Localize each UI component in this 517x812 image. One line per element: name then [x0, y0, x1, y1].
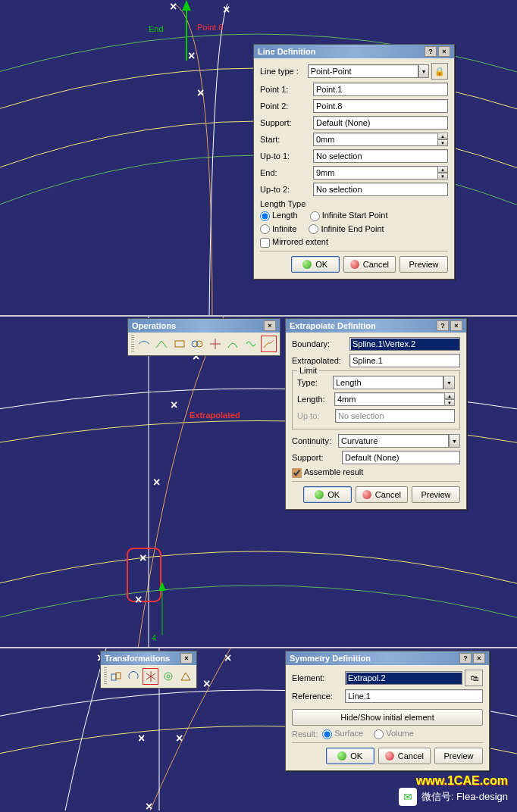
- panel-2-viewport: × × × × × × Extrapolated 4 Operations × …: [0, 317, 517, 648]
- upto-label: Up to:: [297, 411, 335, 420]
- dropdown-arrow-icon[interactable]: ▼: [443, 376, 455, 389]
- svg-rect-11: [111, 674, 116, 680]
- ok-button[interactable]: OK: [326, 748, 374, 764]
- heal-icon[interactable]: [153, 336, 170, 352]
- hide-show-button[interactable]: Hide/Show initial element: [292, 709, 483, 726]
- reference-field[interactable]: [345, 689, 483, 703]
- close-button[interactable]: ×: [473, 653, 485, 664]
- svg-point-13: [164, 673, 172, 680]
- affinity-icon[interactable]: [177, 668, 193, 685]
- spin-down-icon[interactable]: ▼: [437, 173, 448, 180]
- join-icon[interactable]: [136, 336, 152, 352]
- element-bag-icon[interactable]: 🛍: [465, 670, 483, 686]
- dim-4-label: 4: [152, 633, 156, 642]
- radio-infinite-label: Infinite: [272, 224, 296, 233]
- titlebar[interactable]: Extrapolate Definition ? ×: [286, 319, 466, 333]
- extrapolated-annotation: Extrapolated: [190, 411, 240, 420]
- upto2-field[interactable]: [313, 183, 448, 196]
- point1-field[interactable]: [313, 83, 448, 96]
- radio-inf-start[interactable]: Infinite Start Point: [310, 211, 388, 221]
- extrapolated-field[interactable]: [349, 354, 460, 367]
- type-dropdown[interactable]: [333, 376, 443, 389]
- ok-label: OK: [350, 751, 362, 760]
- toolbar-titlebar[interactable]: Transformations ×: [101, 651, 196, 665]
- split-icon[interactable]: [207, 336, 224, 352]
- close-button[interactable]: ×: [450, 320, 462, 331]
- ok-button[interactable]: OK: [303, 486, 352, 503]
- spin-up-icon[interactable]: ▲: [444, 392, 455, 399]
- point-label: Point.8: [197, 23, 223, 32]
- symmetry-icon[interactable]: [143, 668, 158, 685]
- length-field[interactable]: [334, 392, 445, 406]
- close-button[interactable]: ×: [438, 46, 450, 57]
- radio-inf-end-label: Infinite End Point: [321, 224, 384, 233]
- spin-down-icon[interactable]: ▼: [444, 399, 455, 406]
- radio-surface[interactable]: Surface: [322, 729, 363, 739]
- rotate-icon[interactable]: [126, 668, 142, 685]
- panel-1-viewport: × × × × End Point.8 Line Definition ? × …: [0, 0, 517, 317]
- toolbar-grip[interactable]: [104, 667, 107, 686]
- radio-volume[interactable]: Volume: [374, 729, 414, 739]
- panel-3-viewport: × × × × × × × Transformations × Symmetry…: [0, 648, 517, 810]
- cancel-icon: [385, 751, 394, 760]
- element-field[interactable]: [345, 671, 462, 685]
- preview-button[interactable]: Preview: [434, 748, 483, 764]
- boundary-icon[interactable]: [224, 336, 241, 352]
- svg-rect-6: [175, 341, 184, 347]
- spin-down-icon[interactable]: ▼: [437, 139, 448, 146]
- ok-button[interactable]: OK: [291, 256, 340, 273]
- boundary-field[interactable]: [349, 337, 460, 351]
- start-field[interactable]: [313, 133, 438, 146]
- dialog-title: Extrapolate Definition: [290, 321, 376, 330]
- radio-inf-end[interactable]: Infinite End Point: [309, 224, 384, 235]
- cancel-button[interactable]: Cancel: [343, 256, 396, 273]
- toolbar-close-button[interactable]: ×: [180, 653, 193, 664]
- extrapolate-icon[interactable]: [261, 336, 277, 352]
- untrim-icon[interactable]: [171, 336, 188, 352]
- dropdown-arrow-icon[interactable]: ▼: [418, 64, 430, 78]
- upto1-field[interactable]: [313, 149, 448, 163]
- radio-length[interactable]: Length: [260, 211, 298, 221]
- continuity-dropdown[interactable]: [338, 434, 449, 448]
- toolbar-close-button[interactable]: ×: [264, 320, 276, 331]
- end-field[interactable]: [313, 166, 438, 180]
- titlebar[interactable]: Line Definition ? ×: [254, 45, 454, 58]
- line-type-lock-icon[interactable]: 🔒: [431, 63, 448, 80]
- hide-show-label: Hide/Show initial element: [340, 713, 434, 722]
- cancel-label: Cancel: [375, 490, 401, 499]
- radio-infinite[interactable]: Infinite: [260, 224, 296, 235]
- upto2-label: Up-to 2:: [260, 185, 313, 194]
- spin-up-icon[interactable]: ▲: [437, 133, 448, 139]
- dropdown-arrow-icon[interactable]: ▼: [449, 434, 460, 448]
- line-type-dropdown[interactable]: [308, 64, 418, 78]
- help-button[interactable]: ?: [437, 320, 449, 331]
- reference-label: Reference:: [292, 692, 345, 701]
- upto-field: [335, 409, 455, 423]
- point2-field[interactable]: [313, 99, 448, 113]
- support-label: Support:: [292, 453, 342, 462]
- toolbar-titlebar[interactable]: Operations ×: [128, 319, 280, 333]
- assemble-checkbox[interactable]: Assemble result: [292, 467, 363, 478]
- radio-surface-label: Surface: [334, 729, 363, 738]
- extract-icon[interactable]: [243, 336, 259, 352]
- cancel-button[interactable]: Cancel: [356, 486, 408, 503]
- preview-label: Preview: [443, 751, 473, 760]
- disassemble-icon[interactable]: [189, 336, 205, 352]
- operations-toolbar: Operations ×: [127, 318, 280, 356]
- toolbar-grip[interactable]: [131, 335, 134, 353]
- preview-button[interactable]: Preview: [400, 256, 448, 273]
- upto1-label: Up-to 1:: [260, 151, 313, 161]
- support-field[interactable]: [342, 451, 460, 464]
- cancel-button[interactable]: Cancel: [378, 748, 431, 764]
- preview-button[interactable]: Preview: [412, 486, 460, 503]
- help-button[interactable]: ?: [425, 46, 437, 57]
- help-button[interactable]: ?: [459, 653, 472, 664]
- mirrored-checkbox[interactable]: Mirrored extent: [260, 237, 328, 248]
- spin-up-icon[interactable]: ▲: [437, 166, 448, 173]
- element-label: Element:: [292, 673, 345, 682]
- support-field[interactable]: [313, 116, 448, 130]
- titlebar[interactable]: Symmetry Definition ? ×: [286, 651, 489, 665]
- extrapolated-label: Extrapolated:: [292, 356, 349, 365]
- translate-icon[interactable]: [108, 668, 124, 685]
- scaling-icon[interactable]: [160, 668, 176, 685]
